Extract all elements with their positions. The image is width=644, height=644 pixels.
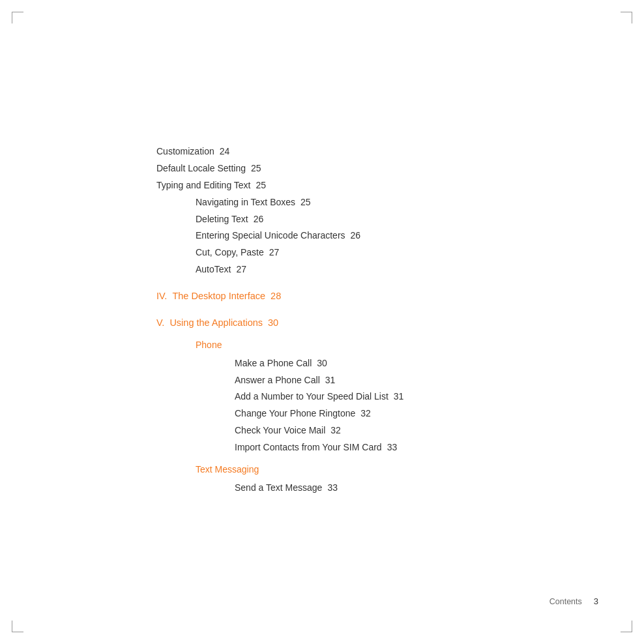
item-label: Deleting Text — [196, 211, 248, 228]
list-item: Make a Phone Call 30 — [235, 355, 574, 372]
chapter-v-block: V. Using the Applications 30 Phone Make … — [156, 314, 574, 497]
item-page: 30 — [317, 355, 327, 372]
chapter-v-title: Using the Applications — [169, 314, 263, 332]
item-label: Check Your Voice Mail — [235, 422, 325, 439]
chapter-iv-title: The Desktop Interface — [172, 287, 265, 305]
toc-content: Customization 24 Default Locale Setting … — [156, 143, 574, 497]
list-item: Customization 24 — [156, 143, 574, 160]
list-item: Navigating in Text Boxes 25 — [196, 194, 574, 211]
item-label: Change Your Phone Ringtone — [235, 405, 355, 422]
item-label: Typing and Editing Text — [156, 177, 251, 194]
list-item: Default Locale Setting 25 — [156, 160, 574, 177]
chapter-iv-page: 28 — [271, 287, 281, 305]
corner-mark-tl — [12, 12, 23, 23]
item-page: 31 — [394, 388, 404, 405]
phone-items: Make a Phone Call 30 Answer a Phone Call… — [196, 355, 574, 456]
item-label: Add a Number to Your Speed Dial List — [235, 388, 388, 405]
toc-section: Customization 24 Default Locale Setting … — [156, 143, 574, 497]
item-label: Entering Special Unicode Characters — [196, 227, 345, 244]
item-page: 32 — [330, 422, 341, 439]
list-item: Answer a Phone Call 31 — [235, 372, 574, 389]
item-page: 32 — [360, 405, 371, 422]
list-item: Deleting Text 26 — [196, 211, 574, 228]
item-page: 26 — [351, 227, 361, 244]
list-item: Change Your Phone Ringtone 32 — [235, 405, 574, 422]
text-messaging-heading: Text Messaging — [196, 461, 574, 478]
phone-heading: Phone — [196, 337, 574, 354]
item-page: 25 — [256, 177, 267, 194]
item-label: Default Locale Setting — [156, 160, 246, 177]
phone-section: Phone Make a Phone Call 30 Answer a Phon… — [156, 337, 574, 497]
item-label: Navigating in Text Boxes — [196, 194, 295, 211]
chapter-iv-heading: IV. The Desktop Interface 28 — [156, 287, 574, 305]
list-item: AutoText 27 — [196, 261, 574, 278]
list-item: Entering Special Unicode Characters 26 — [196, 227, 574, 244]
item-page: 25 — [300, 194, 311, 211]
text-messaging-items: Send a Text Message 33 — [196, 480, 574, 497]
list-item: Add a Number to Your Speed Dial List 31 — [235, 388, 574, 405]
toc-group-pre: Customization 24 Default Locale Setting … — [156, 143, 574, 194]
list-item: Typing and Editing Text 25 — [156, 177, 574, 194]
list-item: Import Contacts from Your SIM Card 33 — [235, 439, 574, 456]
corner-mark-tr — [621, 12, 632, 23]
item-label: Make a Phone Call — [235, 355, 312, 372]
item-page: 26 — [254, 211, 264, 228]
list-item: Cut, Copy, Paste 27 — [196, 244, 574, 261]
item-page: 33 — [327, 480, 338, 497]
item-label: Answer a Phone Call — [235, 372, 320, 389]
chapter-v-heading: V. Using the Applications 30 — [156, 314, 574, 332]
item-page: 27 — [269, 244, 280, 261]
corner-mark-br — [621, 621, 632, 632]
chapter-iv-block: IV. The Desktop Interface 28 — [156, 287, 574, 305]
list-item: Check Your Voice Mail 32 — [235, 422, 574, 439]
chapter-iv-label: IV. — [156, 287, 167, 305]
item-page: 25 — [251, 160, 261, 177]
item-label: AutoText — [196, 261, 231, 278]
chapter-v-page: 30 — [268, 314, 278, 332]
footer-page-number: 3 — [594, 596, 598, 606]
item-page: 24 — [220, 143, 230, 160]
corner-mark-bl — [12, 621, 23, 632]
item-label: Send a Text Message — [235, 480, 322, 497]
item-page: 31 — [325, 372, 336, 389]
chapter-v-label: V. — [156, 314, 164, 332]
list-item: Send a Text Message 33 — [235, 480, 574, 497]
item-page: 33 — [387, 439, 398, 456]
footer: Contents 3 — [549, 596, 598, 606]
item-label: Customization — [156, 143, 214, 160]
toc-subgroup: Navigating in Text Boxes 25 Deleting Tex… — [156, 194, 574, 278]
item-page: 27 — [236, 261, 246, 278]
item-label: Import Contacts from Your SIM Card — [235, 439, 382, 456]
footer-label: Contents — [549, 597, 582, 606]
item-label: Cut, Copy, Paste — [196, 244, 264, 261]
